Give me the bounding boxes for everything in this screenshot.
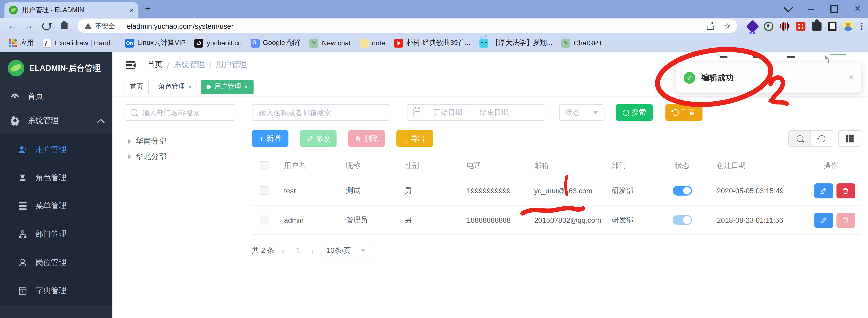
bookmark-excalidraw[interactable]: Excalidraw | Hand...: [43, 38, 116, 47]
reset-button[interactable]: 重置: [665, 104, 703, 121]
row-checkbox[interactable]: [259, 215, 269, 225]
sidebar-item-dictionary[interactable]: A 字典管理: [0, 277, 113, 305]
current-page[interactable]: 1: [292, 246, 303, 255]
bookmark-label: 朴树-经典歌曲39首...: [406, 38, 471, 48]
address-bar[interactable]: 不安全 eladmin.yuchao.com/system/user ☆: [78, 20, 738, 33]
toggle-search-button[interactable]: [789, 131, 811, 146]
tab-title: 用户管理 - ELADMIN: [22, 5, 126, 15]
extension-waveform-icon[interactable]: [780, 21, 789, 31]
sidebar-toggle-icon[interactable]: [126, 61, 135, 69]
next-page-button[interactable]: ›: [311, 246, 314, 255]
reload-button[interactable]: [42, 22, 51, 30]
forward-button[interactable]: →: [24, 22, 33, 30]
date-range-picker[interactable]: 开始日期 : 结束日期: [407, 104, 545, 121]
breadcrumb-system[interactable]: 系统管理: [174, 60, 205, 70]
restore-button[interactable]: [831, 5, 838, 13]
caret-right-icon[interactable]: [128, 139, 131, 144]
row-delete-button[interactable]: [836, 183, 855, 198]
add-button[interactable]: + 新增: [252, 130, 288, 147]
tool-group: [788, 130, 833, 147]
status-toggle[interactable]: [672, 185, 692, 196]
search-button[interactable]: 搜索: [616, 104, 653, 121]
department-tree: 华南分部 华北分部: [125, 130, 252, 258]
sidebar-item-system[interactable]: 系统管理: [0, 109, 113, 133]
cell-gender: 男: [397, 185, 459, 196]
sidebar-item-menus[interactable]: 菜单管理: [0, 192, 113, 220]
select-all-checkbox[interactable]: [259, 161, 269, 170]
row-delete-button-disabled[interactable]: [836, 212, 855, 228]
sidebar-item-users[interactable]: 用户管理: [0, 135, 113, 164]
bookmark-youtube-pushu[interactable]: 朴树-经典歌曲39首...: [394, 38, 470, 48]
tag-roles[interactable]: 角色管理×: [153, 80, 197, 94]
cell-email: 201507802@qq.com: [526, 216, 604, 224]
bookmark-star-icon[interactable]: ☆: [724, 22, 731, 30]
minimize-button[interactable]: ─: [808, 4, 814, 13]
delete-label: 删除: [364, 134, 378, 143]
bookmark-note[interactable]: note: [360, 38, 385, 47]
profile-avatar[interactable]: [843, 21, 853, 31]
column-settings-button[interactable]: [838, 130, 862, 147]
bookmark-yuchaoit[interactable]: yuchaoit.cn: [195, 38, 242, 47]
home-button[interactable]: [61, 24, 67, 29]
dept-search-field[interactable]: [125, 104, 235, 121]
browser-menu-icon[interactable]: [861, 23, 863, 30]
toast-close-icon[interactable]: ×: [848, 73, 854, 83]
plus-icon: +: [259, 134, 264, 143]
tag-close-icon[interactable]: ×: [244, 83, 248, 90]
org-tree-icon: [18, 229, 28, 239]
breadcrumb: 首页 / 系统管理 / 用户管理: [147, 60, 247, 70]
tag-home[interactable]: 首页: [125, 80, 149, 94]
bookmark-google-translate[interactable]: Google 翻译: [251, 38, 301, 48]
hidden-header-icon: [720, 56, 727, 58]
bookmark-chatgpt[interactable]: ChatGPT: [562, 38, 602, 47]
url-text[interactable]: eladmin.yuchao.com/system/user: [127, 22, 697, 30]
bookmark-bilibili-law[interactable]: 【厚大法学】罗翔...: [479, 38, 553, 48]
export-button[interactable]: ↓ 导出: [397, 130, 433, 147]
tag-label: 首页: [130, 82, 144, 92]
chevron-up-icon: [97, 119, 105, 126]
bookmark-new-chat[interactable]: New chat: [310, 38, 351, 47]
status-toggle[interactable]: [672, 215, 692, 225]
edit-button[interactable]: 修改: [300, 130, 337, 147]
tree-item-north[interactable]: 华北分部: [125, 149, 252, 165]
tab-close-icon[interactable]: ×: [129, 6, 134, 14]
sidebar-item-roles[interactable]: 角色管理: [0, 164, 113, 192]
row-checkbox[interactable]: [259, 186, 269, 195]
name-search-input[interactable]: [258, 108, 384, 117]
excalidraw-icon: [43, 38, 52, 47]
tag-users[interactable]: 用户管理×: [201, 80, 253, 94]
back-button[interactable]: ←: [8, 22, 17, 30]
breadcrumb-separator: /: [209, 60, 211, 69]
extension-dice-icon[interactable]: [796, 21, 806, 31]
tag-close-icon[interactable]: ×: [188, 83, 192, 90]
tab-search-icon[interactable]: [784, 3, 793, 12]
refresh-table-button[interactable]: [811, 131, 833, 146]
name-search-field[interactable]: [252, 104, 390, 121]
bookmark-apps[interactable]: 应用: [9, 38, 34, 48]
extension-purple-icon[interactable]: 6: [746, 20, 759, 33]
filter-row: 开始日期 : 结束日期 状态 搜索 重置: [125, 104, 861, 121]
page-size-select[interactable]: 10条/页: [321, 243, 370, 258]
row-edit-button[interactable]: [814, 212, 833, 228]
browser-tab[interactable]: 用户管理 - ELADMIN ×: [4, 2, 138, 18]
sidebar-panel-icon[interactable]: [828, 21, 836, 31]
extensions-puzzle-icon[interactable]: [812, 21, 822, 31]
tree-item-south[interactable]: 华南分部: [125, 134, 252, 149]
prev-page-button[interactable]: ‹: [282, 246, 285, 255]
dept-search-input[interactable]: [141, 108, 229, 117]
bookmark-linux-vip[interactable]: On Linux云计算VIP: [125, 38, 186, 48]
row-edit-button[interactable]: [814, 183, 833, 198]
extension-person-icon[interactable]: [764, 21, 773, 31]
sidebar-item-posts[interactable]: 岗位管理: [0, 248, 113, 277]
close-window-button[interactable]: ×: [855, 3, 860, 14]
bookmark-label: ChatGPT: [574, 39, 602, 47]
sidebar-item-departments[interactable]: 部门管理: [0, 220, 113, 248]
caret-right-icon[interactable]: [128, 154, 131, 160]
new-tab-button[interactable]: +: [145, 3, 151, 15]
delete-button[interactable]: 删除: [348, 130, 384, 147]
sidebar-item-home[interactable]: 首页: [0, 84, 113, 109]
status-select[interactable]: 状态: [559, 104, 604, 121]
share-icon[interactable]: [707, 26, 714, 30]
page-size-value: 10条/页: [327, 245, 351, 255]
breadcrumb-home[interactable]: 首页: [147, 60, 163, 70]
